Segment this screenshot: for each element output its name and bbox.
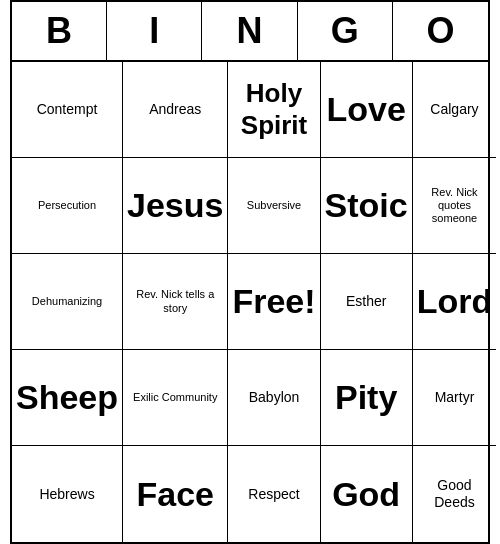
header-letter: N [202, 2, 297, 60]
cell-text: God [332, 474, 400, 515]
cell-text: Andreas [149, 101, 201, 118]
bingo-cell: Respect [228, 446, 320, 542]
bingo-cell: Hebrews [12, 446, 123, 542]
cell-text: Martyr [435, 389, 475, 406]
header-letter: B [12, 2, 107, 60]
header-letter: I [107, 2, 202, 60]
cell-text: Hebrews [39, 486, 94, 503]
cell-text: Rev. Nick tells a story [127, 288, 223, 314]
bingo-cell: Holy Spirit [228, 62, 320, 158]
cell-text: Dehumanizing [32, 295, 102, 308]
bingo-cell: Andreas [123, 62, 228, 158]
cell-text: Sheep [16, 377, 118, 418]
bingo-cell: Sheep [12, 350, 123, 446]
bingo-cell: Exilic Community [123, 350, 228, 446]
bingo-cell: Babylon [228, 350, 320, 446]
bingo-cell: God [321, 446, 413, 542]
header-letter: G [298, 2, 393, 60]
cell-text: Face [137, 474, 215, 515]
bingo-grid: ContemptAndreasHoly SpiritLoveCalgaryPer… [12, 62, 488, 542]
bingo-cell: Calgary [413, 62, 497, 158]
bingo-cell: Free! [228, 254, 320, 350]
bingo-cell: Dehumanizing [12, 254, 123, 350]
bingo-cell: Love [321, 62, 413, 158]
bingo-cell: Pity [321, 350, 413, 446]
bingo-cell: Subversive [228, 158, 320, 254]
bingo-cell: Lord [413, 254, 497, 350]
header-letter: O [393, 2, 488, 60]
cell-text: Persecution [38, 199, 96, 212]
cell-text: Babylon [249, 389, 300, 406]
bingo-cell: Good Deeds [413, 446, 497, 542]
bingo-cell: Martyr [413, 350, 497, 446]
cell-text: Good Deeds [417, 477, 493, 511]
cell-text: Holy Spirit [232, 78, 315, 140]
cell-text: Respect [248, 486, 299, 503]
bingo-header: BINGO [12, 2, 488, 62]
cell-text: Calgary [430, 101, 478, 118]
cell-text: Esther [346, 293, 386, 310]
bingo-cell: Contempt [12, 62, 123, 158]
cell-text: Love [326, 89, 405, 130]
cell-text: Stoic [325, 185, 408, 226]
cell-text: Contempt [37, 101, 98, 118]
bingo-cell: Stoic [321, 158, 413, 254]
cell-text: Rev. Nick quotes someone [417, 186, 493, 226]
bingo-card: BINGO ContemptAndreasHoly SpiritLoveCalg… [10, 0, 490, 544]
cell-text: Jesus [127, 185, 223, 226]
bingo-cell: Jesus [123, 158, 228, 254]
bingo-cell: Face [123, 446, 228, 542]
cell-text: Exilic Community [133, 391, 217, 404]
bingo-cell: Esther [321, 254, 413, 350]
bingo-cell: Persecution [12, 158, 123, 254]
cell-text: Lord [417, 281, 493, 322]
cell-text: Free! [232, 281, 315, 322]
bingo-cell: Rev. Nick quotes someone [413, 158, 497, 254]
cell-text: Pity [335, 377, 397, 418]
cell-text: Subversive [247, 199, 301, 212]
bingo-cell: Rev. Nick tells a story [123, 254, 228, 350]
